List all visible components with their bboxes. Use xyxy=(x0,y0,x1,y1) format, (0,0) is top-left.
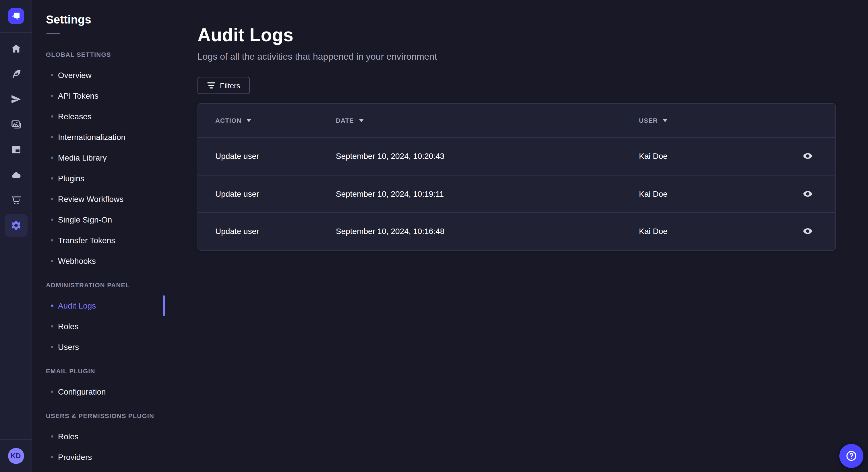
bullet-dot-icon xyxy=(51,136,53,138)
sidebar-item[interactable]: Internationalization xyxy=(32,127,165,147)
sort-desc-icon xyxy=(662,119,668,122)
bullet-dot-icon xyxy=(51,115,53,117)
sidebar-item-label: Transfer Tokens xyxy=(58,236,115,245)
sidebar-item[interactable]: Media Library xyxy=(32,147,165,168)
cart-icon[interactable] xyxy=(4,189,27,212)
strapi-logo-icon xyxy=(8,8,24,24)
cell-action: Update user xyxy=(215,227,336,236)
column-header: USER xyxy=(639,117,789,124)
rail-icon-list xyxy=(4,33,27,237)
question-mark-icon xyxy=(845,450,858,462)
bullet-dot-icon xyxy=(51,74,53,76)
user-avatar[interactable]: KD xyxy=(8,448,24,464)
media-library-icon[interactable] xyxy=(4,113,27,136)
sidebar-title: Settings xyxy=(46,11,165,28)
strapi-logo[interactable] xyxy=(0,0,32,33)
sidebar-item-label: Releases xyxy=(58,112,92,121)
page-subtitle: Logs of all the activities that happened… xyxy=(197,50,836,63)
help-button[interactable] xyxy=(839,444,863,468)
strapi-admin-app: KD Settings GLOBAL SETTINGS Overview API… xyxy=(0,0,868,472)
cell-action: Update user xyxy=(215,152,336,161)
home-icon[interactable] xyxy=(4,37,27,60)
sidebar-section-label: GLOBAL SETTINGS xyxy=(32,44,165,65)
title-divider xyxy=(46,33,60,34)
bullet-dot-icon xyxy=(51,305,53,307)
sidebar-item[interactable]: Single Sign-On xyxy=(32,209,165,230)
bullet-dot-icon xyxy=(51,239,53,241)
sort-desc-icon xyxy=(246,119,251,122)
sidebar-item[interactable]: Roles xyxy=(32,426,165,447)
cell-action: Update user xyxy=(215,189,336,198)
bullet-dot-icon xyxy=(51,325,53,328)
bullet-dot-icon xyxy=(51,157,53,159)
sidebar-section: EMAIL PLUGIN Configuration xyxy=(32,361,165,402)
sidebar-section-label: USERS & PERMISSIONS PLUGIN xyxy=(32,405,165,426)
filters-button[interactable]: Filters xyxy=(197,77,250,94)
view-details-button[interactable] xyxy=(799,185,817,203)
table-row[interactable]: Update user September 10, 2024, 10:16:48… xyxy=(198,212,835,250)
sidebar-section: ADMINISTRATION PANEL Audit Logs Roles Us… xyxy=(32,275,165,357)
sidebar-item[interactable]: Webhooks xyxy=(32,250,165,271)
main-nav-rail: KD xyxy=(0,0,32,472)
paper-plane-icon[interactable] xyxy=(4,88,27,111)
sidebar-section-label: EMAIL PLUGIN xyxy=(32,361,165,381)
sidebar-item[interactable]: API Tokens xyxy=(32,86,165,106)
table-row[interactable]: Update user September 10, 2024, 10:19:11… xyxy=(198,175,835,212)
column-header[interactable]: DATE xyxy=(336,117,639,124)
sidebar-item-label: Overview xyxy=(58,71,92,80)
view-details-button[interactable] xyxy=(799,222,817,241)
sidebar-item-label: API Tokens xyxy=(58,91,98,100)
page-title: Audit Logs xyxy=(197,25,836,45)
sidebar-item[interactable]: Releases xyxy=(32,106,165,127)
sidebar-section: GLOBAL SETTINGS Overview API Tokens Rele… xyxy=(32,44,165,271)
sort-desc-icon xyxy=(359,119,364,122)
sidebar-item[interactable]: Overview xyxy=(32,65,165,86)
sidebar-item-label: Internationalization xyxy=(58,133,125,142)
bullet-dot-icon xyxy=(51,456,53,458)
cell-date: September 10, 2024, 10:16:48 xyxy=(336,227,639,236)
sidebar-item-label: Roles xyxy=(58,322,79,331)
eye-icon xyxy=(803,189,813,199)
bullet-dot-icon xyxy=(51,346,53,348)
sidebar-item-label: Roles xyxy=(58,432,79,441)
sidebar-item[interactable]: Users xyxy=(32,337,165,357)
table-header-row: ACTION DATE USER xyxy=(198,104,835,137)
sidebar-item[interactable]: Configuration xyxy=(32,381,165,402)
sidebar-item[interactable]: Review Workflows xyxy=(32,189,165,209)
bullet-dot-icon xyxy=(51,198,53,200)
view-details-button[interactable] xyxy=(799,147,817,165)
toolbar: Filters xyxy=(197,77,836,94)
sidebar-item[interactable]: Roles xyxy=(32,316,165,337)
column-header: ACTION xyxy=(215,117,336,124)
audit-logs-table: ACTION DATE USER Update user September 1… xyxy=(197,103,836,250)
cloud-icon[interactable] xyxy=(4,164,27,187)
sidebar-item[interactable]: Providers xyxy=(32,447,165,467)
gear-icon[interactable] xyxy=(4,214,27,237)
feather-icon[interactable] xyxy=(4,63,27,86)
cell-date: September 10, 2024, 10:19:11 xyxy=(336,189,639,198)
sidebar-section: USERS & PERMISSIONS PLUGIN Roles Provide… xyxy=(32,405,165,467)
sidebar-item[interactable]: Plugins xyxy=(32,168,165,189)
sidebar-item-label: Audit Logs xyxy=(58,301,96,310)
bullet-dot-icon xyxy=(51,95,53,97)
sidebar-item[interactable]: Audit Logs xyxy=(32,295,165,316)
sidebar-item[interactable]: Transfer Tokens xyxy=(32,230,165,250)
sidebar-item-label: Providers xyxy=(58,452,92,462)
layout-icon[interactable] xyxy=(4,138,27,161)
cell-user: Kai Doe xyxy=(639,189,789,198)
sidebar-item-label: Single Sign-On xyxy=(58,215,112,224)
eye-icon xyxy=(803,151,813,162)
bullet-dot-icon xyxy=(51,391,53,393)
sidebar-item-label: Configuration xyxy=(58,387,106,396)
table-row[interactable]: Update user September 10, 2024, 10:20:43… xyxy=(198,137,835,175)
table-body: Update user September 10, 2024, 10:20:43… xyxy=(198,137,835,250)
bullet-dot-icon xyxy=(51,177,53,179)
main-content: Audit Logs Logs of all the activities th… xyxy=(165,0,868,472)
filter-icon xyxy=(207,82,215,89)
sidebar-item-label: Webhooks xyxy=(58,256,96,266)
settings-sidebar: Settings GLOBAL SETTINGS Overview API To… xyxy=(32,0,165,472)
sidebar-item-label: Review Workflows xyxy=(58,194,123,204)
sidebar-item-label: Users xyxy=(58,342,79,351)
settings-nav: GLOBAL SETTINGS Overview API Tokens Rele… xyxy=(32,44,165,467)
sidebar-section-label: ADMINISTRATION PANEL xyxy=(32,275,165,295)
